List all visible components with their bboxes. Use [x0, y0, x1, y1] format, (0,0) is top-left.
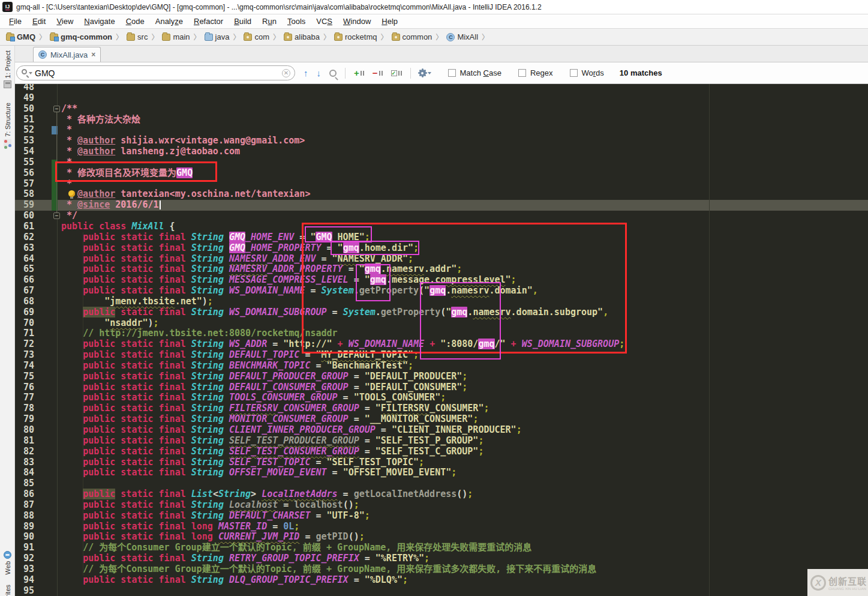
fold-region-line — [56, 112, 57, 214]
code-line-52: * — [61, 125, 624, 136]
project-icon — [4, 80, 11, 88]
code-line-89: public static final long MASTER_ID = 0L; — [61, 522, 624, 532]
search-match: gmq — [365, 263, 381, 274]
breadcrumb-item-gmq-common[interactable]: gmq-common — [49, 32, 113, 41]
line-number: 63 — [15, 243, 34, 254]
add-selection-icon[interactable]: + — [354, 68, 364, 78]
breadcrumb-item-java[interactable]: java — [203, 32, 231, 41]
menu-item-window[interactable]: Window — [338, 16, 376, 27]
code-line-92: public static final String RETRY_GROUP_T… — [61, 553, 624, 564]
breadcrumb-item-alibaba[interactable]: alibaba — [283, 32, 321, 41]
breadcrumb-separator-icon: 〉 — [435, 32, 443, 42]
breadcrumb-item-com[interactable]: com — [242, 32, 271, 41]
code-line-95 — [61, 586, 624, 596]
fold-marker-icon[interactable]: − — [53, 106, 60, 112]
words-checkbox[interactable]: Words — [570, 68, 604, 77]
match-count: 10 matches — [620, 68, 662, 77]
line-number: 53 — [15, 136, 34, 146]
menu-item-file[interactable]: File — [4, 16, 27, 27]
srcroot-icon — [205, 34, 213, 41]
tool-stripe-favorites[interactable]: 2: Favorites★ — [0, 585, 15, 596]
code-line-87: public static final String Localhost = l… — [61, 500, 624, 511]
breadcrumb-item-mixall[interactable]: CMixAll — [445, 32, 479, 41]
class-icon: C — [446, 33, 455, 41]
remove-selection-icon[interactable]: − — [373, 68, 383, 78]
clear-search-icon[interactable]: ✕ — [282, 69, 290, 77]
menu-item-help[interactable]: Help — [376, 16, 403, 27]
search-input[interactable]: GMQ ✕ — [16, 65, 295, 80]
package-icon — [392, 34, 400, 41]
breadcrumb-item-gmq[interactable]: GMQ — [5, 32, 37, 41]
tab-mixall-java[interactable]: C MixAll.java × — [33, 47, 101, 62]
line-number: 82 — [15, 447, 34, 457]
menu-item-edit[interactable]: Edit — [27, 16, 51, 27]
line-number: 91 — [15, 543, 34, 553]
search-toolbar: GMQ ✕ ↑ ↓ + − ✓ Match CaseRegexWords 10 … — [15, 62, 868, 84]
line-number: 75 — [15, 372, 34, 382]
select-all-occurrences-icon[interactable]: ✓ — [391, 70, 402, 76]
code-editor[interactable]: −− 4849505152535455565758596061626364656… — [15, 84, 868, 596]
line-number: 86 — [15, 489, 34, 500]
stripe-label: 2: Favorites — [4, 585, 11, 596]
text-caret — [160, 200, 161, 209]
search-match: gmq — [478, 339, 494, 349]
breadcrumb-separator-icon: 〉 — [273, 32, 280, 42]
line-number: 50 — [15, 104, 34, 115]
line-number: 87 — [15, 500, 34, 511]
menu-item-run[interactable]: Run — [257, 16, 282, 27]
previous-occurrence-icon[interactable]: ↑ — [304, 68, 308, 78]
checkbox-icon[interactable] — [570, 69, 578, 77]
search-history-chevron-icon[interactable] — [29, 72, 32, 74]
editor-tab-bar: C MixAll.java × — [15, 46, 868, 62]
package-icon — [244, 34, 252, 41]
match-case-checkbox[interactable]: Match Case — [448, 68, 501, 77]
line-number: 68 — [15, 296, 34, 307]
find-all-icon[interactable] — [329, 70, 337, 77]
checkbox-icon[interactable] — [518, 69, 526, 77]
gear-icon[interactable] — [419, 70, 431, 76]
line-number: 61 — [15, 221, 34, 232]
regex-checkbox[interactable]: Regex — [518, 68, 553, 77]
code-line-59: * @since 2016/6/1 — [61, 200, 624, 211]
fold-marker-icon[interactable]: − — [53, 212, 60, 219]
close-icon[interactable]: × — [91, 50, 95, 59]
code-line-71: // http://jmenv.tbsite.net:8080/rocketmq… — [61, 328, 624, 339]
tool-stripe-project[interactable]: 1: Project — [0, 50, 15, 88]
breadcrumb-separator-icon: 〉 — [194, 32, 201, 42]
tool-stripe-web[interactable]: Web — [0, 551, 15, 574]
breadcrumb-item-common[interactable]: common — [391, 32, 434, 41]
toolbar-divider — [345, 68, 346, 79]
ide-window: IJ gmq-all - [C:\Users\tantexian\Desktop… — [0, 0, 868, 596]
search-match: gmq — [451, 307, 467, 318]
menu-item-view[interactable]: View — [51, 16, 79, 27]
code-line-68: "jmenv.tbsite.net"); — [61, 296, 624, 307]
code-line-75: public static final String DEFAULT_PRODU… — [61, 372, 624, 382]
menu-item-refactor[interactable]: Refactor — [188, 16, 229, 27]
menu-item-navigate[interactable]: Navigate — [79, 16, 120, 27]
checkbox-label: Regex — [530, 68, 553, 77]
line-number: 85 — [15, 478, 34, 489]
line-number: 81 — [15, 436, 34, 447]
menu-item-code[interactable]: Code — [121, 16, 150, 27]
code-line-81: public static final String SELF_TEST_PRO… — [61, 436, 624, 447]
menu-item-analyze[interactable]: Analyze — [150, 16, 188, 27]
next-occurrence-icon[interactable]: ↓ — [317, 68, 322, 78]
code-line-76: public static final String DEFAULT_CONSU… — [61, 382, 624, 393]
breadcrumb-separator-icon: 〉 — [233, 32, 240, 42]
breadcrumb-separator-icon: 〉 — [323, 32, 331, 42]
web-icon — [4, 551, 11, 559]
breadcrumb-item-main[interactable]: main — [161, 32, 191, 41]
breadcrumb-item-rocketmq[interactable]: rocketmq — [333, 32, 378, 41]
menu-item-vcs[interactable]: VCS — [311, 16, 338, 27]
code-line-66: public static final String MESSAGE_COMPR… — [61, 275, 624, 286]
line-number: 89 — [15, 522, 34, 532]
menu-item-build[interactable]: Build — [229, 16, 257, 27]
line-number: 59 — [15, 200, 34, 211]
menu-item-tools[interactable]: Tools — [282, 16, 311, 27]
breadcrumb-item-src[interactable]: src — [125, 32, 149, 41]
checkbox-icon[interactable] — [448, 69, 456, 77]
tool-stripe-structure[interactable]: 7: Structure — [0, 103, 15, 147]
checkbox-label: Match Case — [460, 68, 501, 77]
line-number: 62 — [15, 232, 34, 243]
code-line-60: */ — [61, 211, 624, 221]
